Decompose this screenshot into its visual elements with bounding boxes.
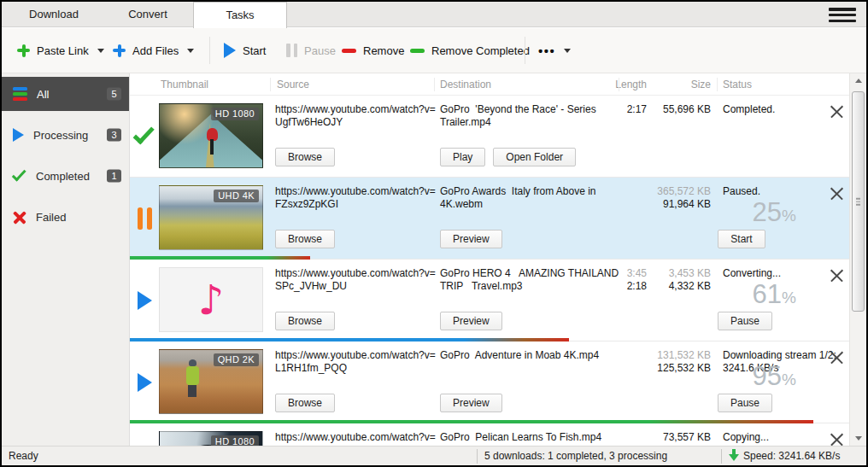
- ellipsis-icon: •••: [538, 44, 555, 58]
- browse-button[interactable]: Browse: [275, 148, 335, 166]
- remove-label: Remove: [363, 44, 404, 57]
- audio-thumbnail: ♪: [159, 267, 263, 332]
- table-header: Thumbnail Source Destination Length Size…: [130, 73, 849, 96]
- pause-button[interactable]: Pause: [718, 394, 772, 412]
- source-url: https://www.youtube.com/watch?v=L1RH1fm_…: [275, 349, 439, 375]
- sidebar-item-all[interactable]: All 5: [2, 77, 129, 111]
- chevron-down-icon[interactable]: [97, 49, 104, 56]
- progress-percent: 61%: [608, 279, 796, 310]
- play-icon: [13, 128, 24, 142]
- table-row[interactable]: ♪ https://www.youtube.com/watch?v=SPc_JV…: [130, 260, 849, 341]
- column-length: Length: [561, 79, 647, 90]
- close-icon[interactable]: [829, 268, 844, 283]
- video-thumbnail: QHD 2K: [159, 349, 263, 414]
- video-thumbnail: UHD 4K: [159, 185, 263, 250]
- add-files-label: Add Files: [132, 44, 179, 57]
- tab-download[interactable]: Download: [7, 2, 101, 27]
- status-text: Copying...: [723, 431, 844, 444]
- count-badge: 3: [107, 129, 121, 142]
- pause-button[interactable]: Pause: [718, 312, 772, 330]
- sidebar-item-label: Completed: [36, 170, 90, 183]
- processing-icon: [138, 291, 152, 310]
- play-button[interactable]: Play: [440, 148, 485, 166]
- progress-bar: [130, 420, 813, 423]
- pause-icon: [286, 44, 297, 57]
- browse-button[interactable]: Browse: [275, 394, 335, 412]
- chevron-down-icon: [564, 49, 571, 56]
- close-icon[interactable]: [829, 104, 844, 120]
- add-files-button[interactable]: Add Files: [113, 28, 194, 73]
- hamburger-menu-icon[interactable]: [829, 8, 856, 22]
- progress-bar: [130, 256, 310, 260]
- start-button[interactable]: Start: [224, 28, 266, 73]
- size-cell: 55,696 KB: [649, 103, 711, 116]
- close-icon[interactable]: [829, 186, 844, 201]
- status-text: Converting...: [723, 267, 844, 280]
- download-arrow-icon: [729, 449, 739, 462]
- check-icon: [12, 166, 26, 181]
- table-row[interactable]: HD 1080 https://www.youtube.com/watch?v=…: [130, 423, 849, 446]
- browse-button[interactable]: Browse: [275, 312, 335, 330]
- completed-check-icon: [133, 123, 155, 145]
- all-filter-icon: [13, 87, 27, 101]
- scroll-down-button[interactable]: [850, 431, 866, 446]
- tab-tasks[interactable]: Tasks: [193, 2, 287, 28]
- remove-completed-label: Remove Completed: [431, 44, 530, 57]
- progress-percent: 25%: [608, 197, 796, 228]
- preview-button[interactable]: Preview: [440, 312, 502, 330]
- open-folder-button[interactable]: Open Folder: [493, 148, 576, 166]
- scrollbar-thumb[interactable]: [852, 91, 865, 312]
- sidebar-item-failed[interactable]: Failed: [2, 200, 129, 234]
- tab-convert[interactable]: Convert: [101, 2, 195, 27]
- scroll-up-button[interactable]: [850, 73, 866, 88]
- sidebar-item-processing[interactable]: Processing 3: [2, 118, 129, 152]
- paste-link-button[interactable]: Paste Link: [17, 28, 104, 73]
- sidebar-item-label: Processing: [33, 129, 88, 142]
- start-button[interactable]: Start: [718, 230, 765, 248]
- processing-icon: [138, 373, 152, 392]
- column-thumbnail: Thumbnail: [161, 79, 208, 90]
- filter-sidebar: All 5 Processing 3 Completed 1 Failed: [2, 73, 130, 446]
- music-note-icon: ♪: [198, 279, 225, 320]
- pause-label: Pause: [304, 44, 336, 57]
- statusbar-separator: [721, 449, 722, 464]
- close-icon[interactable]: [829, 432, 844, 446]
- source-url: https://www.youtube.com/watch?v=UgfTw6He…: [275, 103, 439, 129]
- progress-percent: 95%: [608, 361, 796, 392]
- more-actions-button[interactable]: •••: [538, 28, 571, 73]
- scrollbar-grip-icon: [856, 198, 860, 206]
- table-row[interactable]: HD 1080 https://www.youtube.com/watch?v=…: [130, 96, 849, 178]
- destination-filename: GoPro Pelican Learns To Fish.mp4: [440, 431, 624, 444]
- column-destination: Destination: [440, 79, 491, 90]
- destination-filename: GoPro Awards Italy from Above in 4K.webm: [440, 185, 624, 211]
- sidebar-item-label: All: [37, 88, 49, 101]
- arrow-down-icon: [855, 436, 862, 444]
- quality-badge: QHD 2K: [214, 353, 259, 366]
- speed-indicator: Speed: 3241.64 KB/s: [743, 450, 840, 462]
- status-text: Completed.: [723, 103, 844, 116]
- statusbar-separator: [477, 449, 478, 464]
- browse-button[interactable]: Browse: [275, 230, 335, 248]
- preview-button[interactable]: Preview: [440, 230, 502, 248]
- status-bar: Ready 5 downloads: 1 completed, 3 proces…: [2, 446, 866, 465]
- sidebar-item-completed[interactable]: Completed 1: [2, 159, 129, 193]
- start-label: Start: [243, 44, 266, 57]
- tab-strip: Download Convert Tasks: [2, 2, 866, 27]
- column-status: Status: [723, 79, 752, 90]
- preview-button[interactable]: Preview: [440, 394, 502, 412]
- quality-badge: HD 1080: [211, 108, 259, 120]
- table-row[interactable]: UHD 4K https://www.youtube.com/watch?v=F…: [130, 178, 849, 260]
- toolbar-separator: [525, 37, 525, 64]
- column-size: Size: [649, 79, 711, 90]
- quality-badge: HD 1080: [211, 435, 259, 446]
- table-row[interactable]: QHD 2K https://www.youtube.com/watch?v=L…: [130, 341, 849, 423]
- remove-completed-button[interactable]: Remove Completed: [410, 28, 530, 73]
- download-list: HD 1080 https://www.youtube.com/watch?v=…: [130, 96, 849, 446]
- remove-button[interactable]: Remove: [342, 28, 404, 73]
- sidebar-item-label: Failed: [36, 211, 66, 224]
- pause-button[interactable]: Pause: [286, 28, 336, 73]
- chevron-down-icon[interactable]: [187, 49, 194, 56]
- source-url: https://www.youtube.com/watch?v=nvI9mrQW…: [275, 431, 439, 446]
- close-icon[interactable]: [829, 350, 844, 365]
- vertical-scrollbar[interactable]: [849, 73, 866, 446]
